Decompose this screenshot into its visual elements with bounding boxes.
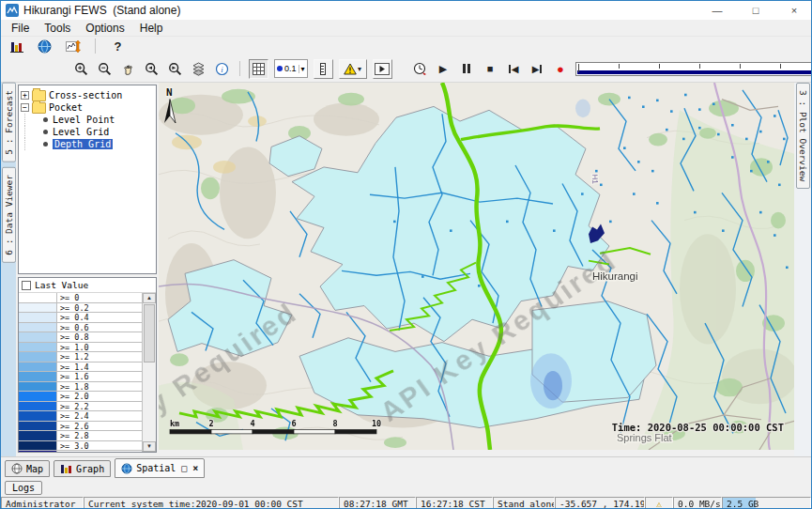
scroll-up-icon[interactable]: ▲ bbox=[143, 293, 156, 303]
legend-row[interactable]: >= 1.0 bbox=[19, 343, 142, 353]
scrollbar-thumb[interactable] bbox=[144, 304, 155, 362]
legend-row[interactable]: >= 2.0 bbox=[19, 392, 142, 402]
scale-ruler-button[interactable] bbox=[314, 59, 333, 79]
menu-options[interactable]: Options bbox=[78, 22, 131, 35]
threshold-combo[interactable]: 0.1 ▾ bbox=[274, 59, 308, 78]
database-display-button[interactable] bbox=[8, 38, 25, 55]
tab-forecast[interactable]: 5 : Forecast bbox=[2, 83, 16, 162]
road-label-h1: H1 bbox=[590, 175, 599, 185]
spatial-display-button[interactable] bbox=[36, 38, 54, 55]
tree-item-level-grid[interactable]: Level Grid bbox=[21, 126, 154, 138]
legend-row[interactable]: >= 0.8 bbox=[19, 332, 142, 343]
legend-row[interactable]: >= 1.4 bbox=[19, 362, 142, 373]
map-viewport[interactable]: API Key Required API Key Required Hikura… bbox=[159, 83, 794, 456]
main-toolbar: ? bbox=[1, 37, 811, 55]
time-slider[interactable] bbox=[575, 62, 812, 76]
legend-swatch bbox=[19, 303, 57, 313]
application-window: Hikurangi FEWS (Stand alone) — □ × File … bbox=[0, 0, 812, 509]
legend-row[interactable]: >= 0.2 bbox=[19, 303, 142, 314]
scale-bar-label: 2 bbox=[208, 419, 213, 428]
place-label-springs-flat: Springs Flat bbox=[617, 432, 672, 443]
zoom-out-button[interactable] bbox=[96, 60, 114, 78]
legend-row[interactable]: >= 1.6 bbox=[19, 372, 142, 382]
tab-plot-overview[interactable]: 3 : Plot Overview bbox=[796, 83, 810, 189]
play-button[interactable]: ▶ bbox=[435, 60, 452, 78]
stop-button[interactable]: ■ bbox=[482, 60, 499, 78]
legend-list: >= 0>= 0.2>= 0.4>= 0.6>= 0.8>= 1.0>= 1.2… bbox=[19, 293, 142, 452]
tab-map[interactable]: Map bbox=[5, 460, 50, 477]
step-begin-button[interactable]: ◀ bbox=[505, 60, 523, 78]
grid-display-button[interactable] bbox=[249, 59, 268, 79]
legend-row[interactable]: >= 2.8 bbox=[19, 431, 142, 441]
last-value-checkbox[interactable] bbox=[22, 281, 31, 290]
legend-row[interactable]: >= 2.2 bbox=[19, 402, 142, 412]
legend-row-label: >= 0 bbox=[57, 293, 79, 302]
legend-row[interactable]: >= 1.8 bbox=[19, 382, 142, 393]
classification-dot-icon bbox=[277, 66, 283, 71]
legend-row[interactable]: >= 0.6 bbox=[19, 323, 142, 333]
timeseries-dialog-button[interactable] bbox=[64, 38, 82, 55]
tab-spatial-label: Spatial bbox=[136, 463, 176, 473]
tree-item-level-point[interactable]: Level Point bbox=[21, 114, 154, 126]
tree-item-depth-grid[interactable]: Depth Grid bbox=[21, 138, 154, 150]
legend-row[interactable]: >= 0.4 bbox=[19, 313, 142, 323]
info-button[interactable]: i bbox=[213, 60, 231, 78]
legend-row[interactable]: >= 3.0 bbox=[19, 441, 142, 452]
status-segment-7: 0.0 MB/s bbox=[673, 497, 722, 509]
menu-help[interactable]: Help bbox=[132, 22, 171, 35]
legend-row-label: >= 1.2 bbox=[57, 352, 89, 362]
close-tab-button[interactable]: × bbox=[192, 463, 198, 473]
legend-row[interactable]: >= 0 bbox=[19, 293, 142, 303]
legend-row-label: >= 1.8 bbox=[57, 382, 89, 392]
menu-bar: File Tools Options Help bbox=[1, 20, 811, 37]
legend-row[interactable]: >= 2.4 bbox=[19, 411, 142, 422]
legend-row[interactable]: >= 1.2 bbox=[19, 352, 142, 362]
status-segment-2: 08:27:18 GMT bbox=[339, 497, 416, 509]
close-button[interactable]: × bbox=[777, 1, 811, 20]
zoom-previous-button[interactable] bbox=[143, 60, 161, 78]
tree-expand-icon[interactable]: + bbox=[21, 91, 29, 100]
legend-swatch bbox=[19, 323, 57, 332]
legend-row-label: >= 2.2 bbox=[57, 402, 89, 411]
legend-row-label: >= 1.6 bbox=[57, 372, 89, 381]
tree-item-cross-section[interactable]: + Cross-section bbox=[21, 89, 154, 101]
legend-swatch bbox=[19, 402, 57, 411]
thresholds-warning-button[interactable]: ▾ bbox=[339, 59, 367, 79]
legend-swatch bbox=[19, 332, 57, 342]
main-area: 5 : Forecast 6 : Data Viewer + Cross-sec… bbox=[1, 83, 811, 456]
minimize-button[interactable]: — bbox=[700, 1, 734, 20]
step-end-button[interactable]: ▶ bbox=[529, 60, 546, 78]
zoom-in-button[interactable] bbox=[72, 60, 90, 78]
tree-item-pocket[interactable]: − Pocket bbox=[21, 101, 154, 114]
map-canvas[interactable]: API Key Required API Key Required Hikura… bbox=[159, 83, 794, 450]
tab-graph[interactable]: Graph bbox=[54, 460, 111, 477]
help-button[interactable]: ? bbox=[109, 38, 127, 55]
record-button[interactable]: ● bbox=[552, 60, 570, 78]
time-step-button[interactable] bbox=[411, 60, 429, 78]
legend-row[interactable]: >= 3.2 bbox=[19, 451, 142, 452]
tab-data-viewer[interactable]: 6 : Data Viewer bbox=[2, 167, 16, 263]
threshold-value: 0.1 bbox=[284, 64, 297, 73]
chevron-down-icon: ▾ bbox=[299, 65, 305, 73]
tree-item-label: Pocket bbox=[49, 102, 83, 113]
restore-tab-button[interactable]: □ bbox=[181, 463, 187, 473]
pan-button[interactable] bbox=[119, 60, 137, 78]
scroll-down-icon[interactable]: ▼ bbox=[143, 441, 156, 452]
bullet-icon bbox=[43, 117, 48, 122]
layers-button[interactable] bbox=[190, 60, 207, 78]
legend-scrollbar[interactable]: ▲ ▼ bbox=[142, 293, 156, 452]
menu-tools[interactable]: Tools bbox=[37, 22, 78, 35]
scale-bar-label: km bbox=[170, 419, 179, 428]
maximize-button[interactable]: □ bbox=[739, 1, 773, 20]
legend-row[interactable]: >= 2.6 bbox=[19, 422, 142, 432]
tree-collapse-icon[interactable]: − bbox=[21, 103, 29, 112]
zoom-next-button[interactable] bbox=[166, 60, 184, 78]
logs-row: Logs bbox=[1, 478, 811, 497]
animation-export-button[interactable] bbox=[373, 59, 392, 79]
title-bar[interactable]: Hikurangi FEWS (Stand alone) — □ × bbox=[1, 1, 811, 20]
layer-tree[interactable]: + Cross-section − Pocket Level Point Lev… bbox=[18, 85, 157, 274]
tab-spatial[interactable]: Spatial □ × bbox=[115, 458, 205, 478]
pause-button[interactable] bbox=[458, 60, 476, 78]
menu-file[interactable]: File bbox=[4, 22, 37, 35]
logs-button[interactable]: Logs bbox=[5, 481, 42, 495]
